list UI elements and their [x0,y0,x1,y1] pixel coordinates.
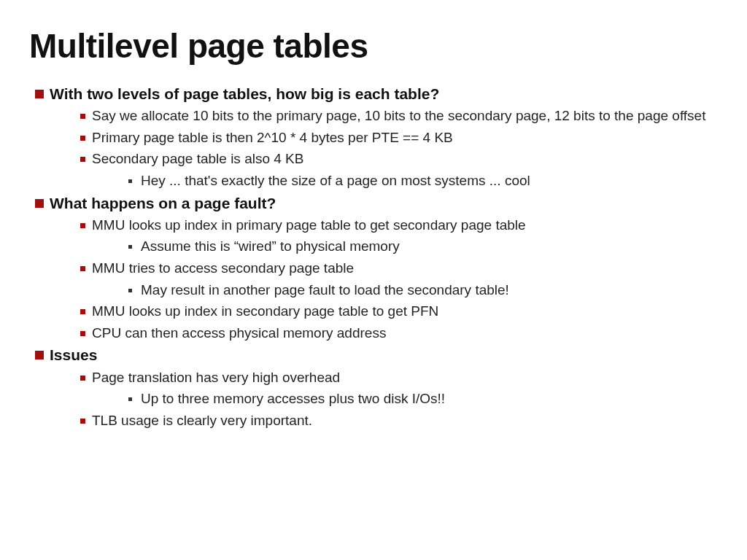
sub-bullet-text: Up to three memory accesses plus two dis… [141,389,445,409]
small-square-bullet-icon [80,223,85,228]
sub-bullet-item: Up to three memory accesses plus two dis… [128,389,718,409]
small-square-bullet-icon [80,376,85,381]
tiny-square-bullet-icon [128,245,132,249]
bullet-item: Page translation has very high overhead [80,368,718,388]
small-square-bullet-icon [80,157,85,162]
sub-bullet-text: Hey ... that's exactly the size of a pag… [141,171,530,191]
bullet-text: MMU looks up index in primary page table… [92,216,526,236]
heading-text: Issues [50,346,97,365]
sub-bullet-item: May result in another page fault to load… [128,281,718,300]
bullet-text: Page translation has very high overhead [92,368,340,388]
section-heading: With two levels of page tables, how big … [35,85,718,104]
bullet-text: Primary page table is then 2^10 * 4 byte… [92,128,453,148]
sub-bullet-text: Assume this is “wired” to physical memor… [141,237,400,257]
slide-title: Multilevel page tables [29,26,718,66]
sub-bullet-item: Hey ... that's exactly the size of a pag… [128,171,718,191]
slide-content: With two levels of page tables, how big … [29,85,718,430]
bullet-item: TLB usage is clearly very important. [80,411,718,431]
bullet-item: Secondary page table is also 4 KB [80,149,718,169]
square-bullet-icon [35,90,44,98]
square-bullet-icon [35,351,44,359]
bullet-text: CPU can then access physical memory addr… [92,324,386,343]
section-heading: What happens on a page fault? [35,194,718,213]
tiny-square-bullet-icon [128,179,132,183]
square-bullet-icon [35,199,44,208]
small-square-bullet-icon [80,331,85,336]
bullet-text: MMU looks up index in secondary page tab… [92,302,438,322]
bullet-item: Primary page table is then 2^10 * 4 byte… [80,128,718,148]
small-square-bullet-icon [80,419,85,424]
tiny-square-bullet-icon [128,397,132,401]
bullet-text: Secondary page table is also 4 KB [92,149,303,169]
heading-text: With two levels of page tables, how big … [50,85,439,104]
bullet-item: CPU can then access physical memory addr… [80,324,718,343]
section-heading: Issues [35,346,718,365]
bullet-item: Say we allocate 10 bits to the primary p… [80,106,718,126]
bullet-text: MMU tries to access secondary page table [92,259,354,279]
heading-text: What happens on a page fault? [50,194,276,213]
small-square-bullet-icon [80,309,85,314]
small-square-bullet-icon [80,114,85,119]
sub-bullet-item: Assume this is “wired” to physical memor… [128,237,718,257]
small-square-bullet-icon [80,136,85,141]
bullet-text: TLB usage is clearly very important. [92,411,312,431]
bullet-item: MMU tries to access secondary page table [80,259,718,279]
bullet-text: Say we allocate 10 bits to the primary p… [92,106,705,126]
bullet-item: MMU looks up index in primary page table… [80,216,718,236]
tiny-square-bullet-icon [128,289,132,292]
sub-bullet-text: May result in another page fault to load… [141,281,509,300]
bullet-item: MMU looks up index in secondary page tab… [80,302,718,322]
small-square-bullet-icon [80,266,85,271]
